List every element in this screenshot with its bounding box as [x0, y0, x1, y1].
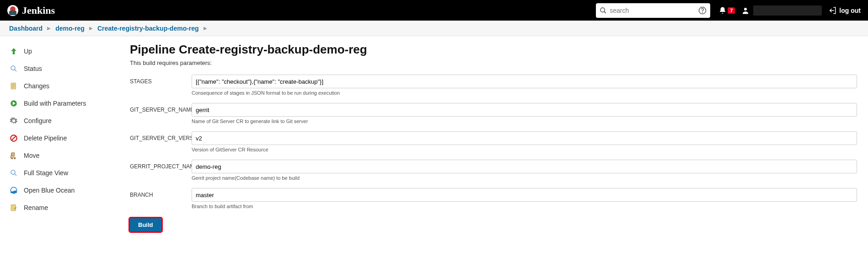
- svg-line-20: [15, 174, 17, 176]
- param-help: Consequence of stages in JSON format to …: [192, 90, 857, 96]
- search-box[interactable]: [596, 3, 710, 18]
- bell-icon: [718, 6, 727, 15]
- brand-text: Jenkins: [22, 5, 55, 16]
- document-icon: [9, 81, 18, 91]
- sidebar-item-move[interactable]: Move: [0, 147, 119, 164]
- rename-icon: [9, 203, 18, 212]
- magnifier-icon: [9, 168, 18, 177]
- chevron-right-icon: ▶: [89, 26, 93, 31]
- search-input[interactable]: [610, 7, 698, 14]
- svg-rect-15: [12, 153, 15, 156]
- magnifier-icon: [9, 64, 18, 73]
- svg-line-7: [15, 70, 17, 72]
- notification-badge: 7: [728, 7, 735, 14]
- breadcrumb: Dashboard ▶ demo-reg ▶ Create-registry-b…: [0, 21, 868, 36]
- username-redacted: [753, 5, 822, 16]
- search-icon: [600, 7, 607, 14]
- sidebar-item-delete[interactable]: Delete Pipeline: [0, 129, 119, 147]
- param-label: STAGES: [130, 75, 192, 85]
- param-help: Branch to build artifact from: [192, 204, 857, 209]
- param-row-git-server-cr-version: GIT_SERVER_CR_VERSION Version of GitServ…: [130, 131, 857, 158]
- sidebar-item-label: Configure: [24, 117, 52, 124]
- sidebar-item-changes[interactable]: Changes: [0, 77, 119, 95]
- param-row-branch: BRANCH Branch to build artifact from: [130, 188, 857, 215]
- param-row-stages: STAGES Consequence of stages in JSON for…: [130, 75, 857, 101]
- sidebar-item-full-stage-view[interactable]: Full Stage View: [0, 164, 119, 182]
- no-entry-icon: [9, 134, 18, 143]
- chevron-right-icon: ▶: [204, 26, 207, 31]
- param-input-branch[interactable]: [192, 188, 857, 202]
- sidebar-item-up[interactable]: Up: [0, 43, 119, 60]
- jenkins-logo-icon: [7, 5, 18, 16]
- crumb-folder[interactable]: demo-reg: [55, 25, 85, 32]
- sidebar-item-label: Delete Pipeline: [24, 134, 67, 142]
- sidebar-item-status[interactable]: Status: [0, 60, 119, 77]
- svg-point-4: [744, 8, 747, 11]
- param-label: GIT_SERVER_CR_VERSION: [130, 131, 192, 141]
- build-button[interactable]: Build: [130, 218, 161, 231]
- logout-label: log out: [839, 7, 861, 14]
- param-row-git-server-cr-name: GIT_SERVER_CR_NAME Name of Git Server CR…: [130, 103, 857, 129]
- param-row-gerrit-project-name: GERRIT_PROJECT_NAME Gerrit project name(…: [130, 160, 857, 186]
- svg-point-0: [600, 8, 605, 12]
- sidebar-item-label: Build with Parameters: [24, 100, 86, 107]
- sidebar: Up Status Changes Build with Parameters …: [0, 36, 119, 238]
- param-input-git-server-cr-version[interactable]: [192, 131, 857, 145]
- notifications[interactable]: 7: [718, 6, 735, 15]
- param-label: BRANCH: [130, 188, 192, 198]
- brand[interactable]: Jenkins: [7, 5, 55, 16]
- gear-icon: [9, 116, 18, 125]
- top-header: Jenkins 7 log out: [0, 0, 868, 21]
- sidebar-item-label: Up: [24, 48, 32, 55]
- main-content: Pipeline Create-registry-backup-demo-reg…: [119, 36, 868, 238]
- sidebar-item-blue-ocean[interactable]: Open Blue Ocean: [0, 182, 119, 199]
- param-input-stages[interactable]: [192, 75, 857, 88]
- logout-link[interactable]: log out: [828, 6, 861, 15]
- sidebar-item-label: Status: [24, 65, 42, 72]
- sidebar-item-build-params[interactable]: Build with Parameters: [0, 95, 119, 112]
- sidebar-item-label: Open Blue Ocean: [24, 187, 75, 194]
- logout-icon: [828, 6, 836, 15]
- arrow-up-icon: [9, 47, 18, 56]
- page-title: Pipeline Create-registry-backup-demo-reg: [130, 43, 857, 57]
- sidebar-item-configure[interactable]: Configure: [0, 112, 119, 129]
- param-input-gerrit-project-name[interactable]: [192, 160, 857, 173]
- param-label: GIT_SERVER_CR_NAME: [130, 103, 192, 113]
- sidebar-item-label: Move: [24, 152, 39, 159]
- sidebar-item-rename[interactable]: Rename: [0, 199, 119, 216]
- crumb-job[interactable]: Create-registry-backup-demo-reg: [97, 25, 199, 32]
- dolly-icon: [9, 151, 18, 160]
- svg-point-3: [702, 12, 703, 12]
- param-help: Name of Git Server CR to generate link t…: [192, 118, 857, 124]
- param-input-git-server-cr-name[interactable]: [192, 103, 857, 117]
- param-help: Gerrit project name(Codebase name) to be…: [192, 175, 857, 181]
- user-icon[interactable]: [741, 6, 750, 15]
- play-gear-icon: [9, 99, 18, 108]
- blue-ocean-icon: [9, 186, 18, 195]
- svg-line-14: [12, 136, 16, 140]
- crumb-dashboard[interactable]: Dashboard: [9, 25, 43, 32]
- sidebar-item-label: Rename: [24, 204, 48, 211]
- param-label: GERRIT_PROJECT_NAME: [130, 160, 192, 170]
- sidebar-item-label: Changes: [24, 82, 49, 90]
- chevron-right-icon: ▶: [47, 26, 51, 31]
- subtitle: This build requires parameters:: [130, 59, 857, 66]
- svg-line-1: [604, 11, 606, 13]
- help-icon[interactable]: [698, 6, 707, 15]
- param-help: Version of GitServer CR Resource: [192, 147, 857, 152]
- sidebar-item-label: Full Stage View: [24, 169, 68, 177]
